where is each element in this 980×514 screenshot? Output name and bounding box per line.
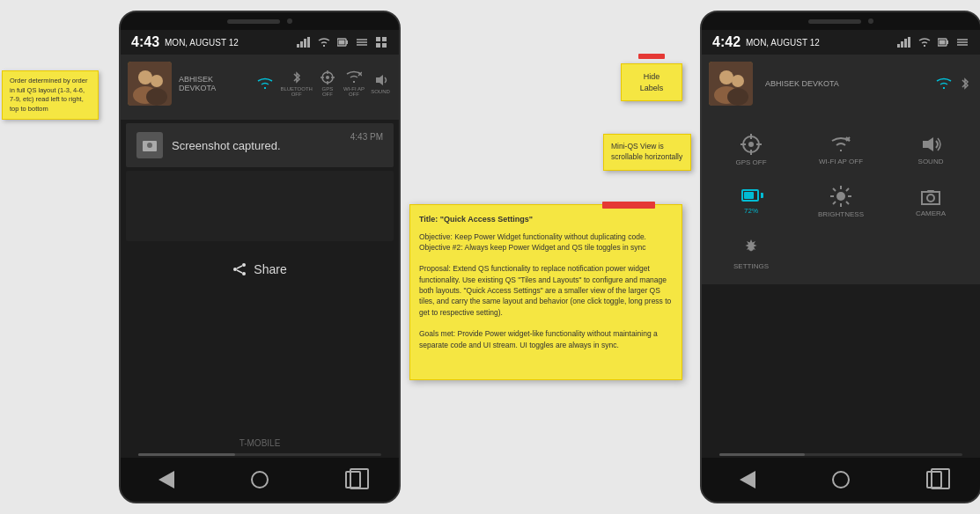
svg-point-69 [927, 195, 934, 202]
right-qs-profile: ABHISEK DEVKOTA [709, 62, 973, 106]
left-qs-tiles: BLUETOOTH OFF GPS OFF [254, 70, 392, 97]
qs-tile-bluetooth[interactable]: BLUETOOTH OFF [280, 70, 313, 97]
svg-marker-27 [376, 75, 383, 85]
notif-icon [136, 132, 163, 158]
right-date: MON, AUGUST 12 [746, 38, 820, 48]
share-label: Share [254, 262, 286, 276]
qs-tile-gps[interactable]: GPS OFF [316, 70, 339, 97]
right-full-qs-grid: GPS OFF WI-FI AP OFF SOUND [702, 120, 980, 284]
notif-title: Screenshot captured. [172, 139, 342, 152]
right-header-icons [936, 77, 973, 91]
right-back-button[interactable] [740, 471, 755, 488]
left-status-icons [297, 37, 388, 48]
right-phone-screen: 4:42 MON, AUGUST 12 [702, 30, 980, 458]
camera-full-label: CAMERA [916, 209, 946, 217]
qs-full-sound[interactable]: SOUND [887, 125, 975, 175]
qs-full-battery[interactable]: 72% [707, 177, 795, 227]
right-speaker [808, 19, 861, 24]
right-wifi-icon [918, 38, 931, 47]
svg-point-17 [151, 75, 163, 87]
qs-full-settings[interactable]: SETTINGS [707, 229, 795, 279]
sound-full-label: SOUND [918, 158, 944, 165]
qs-full-gps[interactable]: GPS OFF [707, 125, 795, 175]
right-phone-top-bar [702, 12, 980, 30]
brightness-full-label: BRIGHTNESS [818, 210, 864, 218]
settings-full-label: SETTINGS [733, 262, 769, 270]
main-note-title: Title: "Quick Access Settings" [419, 214, 673, 226]
left-status-bar: 4:43 MON, AUGUST 12 [121, 30, 399, 55]
svg-point-31 [233, 268, 237, 271]
right-menu-icon[interactable] [955, 37, 969, 48]
right-recent-button[interactable] [926, 471, 942, 488]
svg-rect-0 [297, 44, 299, 48]
svg-point-18 [146, 88, 167, 106]
battery-icon [337, 37, 348, 48]
left-phone-screen: 4:43 MON, AUGUST 12 [121, 30, 399, 458]
hide-labels-text: HideLabels [640, 72, 664, 92]
right-status-bar: 4:42 MON, AUGUST 12 [702, 30, 980, 55]
svg-point-48 [732, 75, 744, 87]
battery-full-label: 72% [744, 207, 758, 215]
left-time: 4:43 [131, 34, 159, 50]
qs-tile-wifiap[interactable]: WI-FI AP OFF [343, 70, 365, 97]
svg-rect-41 [939, 40, 946, 45]
right-qs-header: ABHISEK DEVKOTA [702, 55, 980, 120]
back-button[interactable] [158, 471, 174, 488]
svg-rect-6 [339, 40, 345, 45]
right-front-camera [868, 18, 873, 24]
recent-button[interactable] [345, 471, 361, 488]
screenshot-notification[interactable]: Screenshot captured. 4:43 PM [126, 123, 394, 167]
svg-point-46 [719, 70, 733, 84]
svg-rect-38 [908, 37, 910, 48]
notification-image [126, 171, 394, 241]
svg-rect-35 [897, 44, 900, 48]
svg-point-51 [748, 142, 754, 147]
right-avatar-image [709, 62, 753, 106]
speaker-grille [227, 19, 280, 24]
svg-rect-37 [904, 39, 907, 48]
middle-notes-area: HideLabels Mini-QS View is scrollable ho… [401, 11, 700, 503]
svg-line-66 [846, 188, 849, 191]
qs-full-wifiap[interactable]: WI-FI AP OFF [797, 125, 885, 175]
right-screen-spacer [702, 284, 980, 452]
qs-tile-wifi[interactable] [254, 77, 276, 90]
grid-icon[interactable] [376, 37, 388, 48]
home-button[interactable] [251, 471, 269, 488]
wifiap-label: WI-FI AP OFF [343, 86, 365, 97]
qs-full-brightness[interactable]: A BRIGHTNESS [797, 177, 885, 227]
main-note-flag [602, 202, 655, 209]
svg-rect-2 [304, 39, 306, 48]
menu-icon[interactable] [355, 37, 369, 48]
scrollable-text: Mini-QS View is scrollable horizontally [611, 142, 682, 161]
svg-point-20 [326, 76, 329, 79]
left-profile-name: ABHISEK DEVKOTA [179, 75, 247, 92]
gps-label: GPS OFF [316, 86, 339, 97]
left-date: MON, AUGUST 12 [165, 38, 239, 48]
progress-thumb [138, 453, 235, 456]
progress-bar[interactable] [138, 453, 381, 456]
gps-full-label: GPS OFF [735, 158, 766, 166]
carrier-text: T-MOBILE [121, 435, 399, 452]
svg-point-15 [138, 70, 152, 84]
wifiap-full-label: WI-FI AP OFF [819, 158, 863, 165]
right-home-button[interactable] [832, 471, 850, 488]
left-qs-profile: ABHISEK DEVKOTA BLUETOOTH [128, 62, 392, 106]
qs-tile-sound[interactable]: SOUND [369, 73, 392, 94]
svg-rect-36 [901, 41, 903, 48]
wifi-icon [318, 38, 330, 47]
right-progress-bar[interactable] [719, 453, 962, 456]
right-wifi-qs-icon[interactable] [936, 77, 952, 90]
signal-icon [297, 37, 311, 48]
right-phone: 4:42 MON, AUGUST 12 [700, 11, 980, 503]
right-bt-qs-icon[interactable] [959, 77, 973, 91]
right-nav-bar [702, 458, 980, 502]
svg-rect-40 [947, 40, 948, 44]
right-battery-icon [938, 37, 948, 48]
share-button[interactable]: Share [232, 262, 286, 276]
svg-line-67 [833, 202, 836, 204]
left-annotation-text: Order determined by order in full QS lay… [10, 77, 91, 114]
qs-full-camera[interactable]: CAMERA [887, 177, 975, 227]
svg-line-34 [237, 270, 242, 273]
svg-point-29 [147, 143, 152, 148]
share-btn-area: Share [121, 245, 399, 294]
